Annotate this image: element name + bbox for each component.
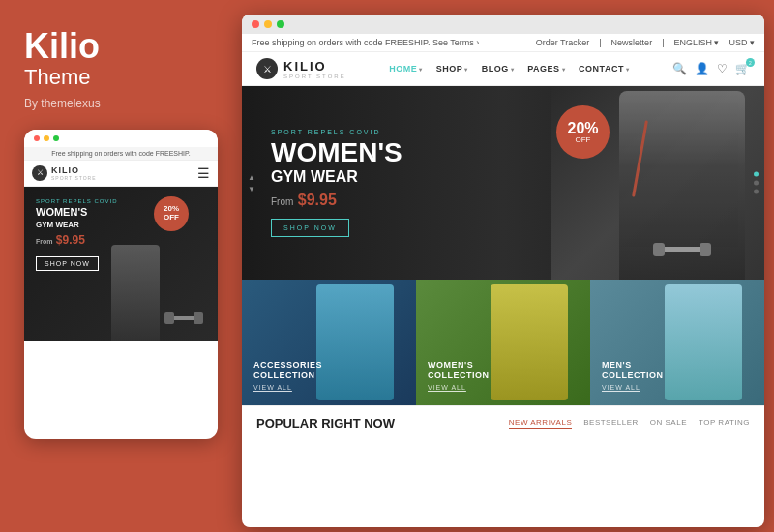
hero-arrows: ▲ ▼ [248, 173, 255, 193]
hero-from: From [271, 196, 293, 207]
nav-chevron-blog: ▾ [511, 66, 515, 73]
account-icon[interactable]: 👤 [695, 62, 709, 75]
nav-item-pages[interactable]: PAGES ▾ [527, 64, 565, 74]
collection-accessories-label: ACCESSORIESCOLLECTION VIEW ALL [253, 360, 322, 391]
browser-dot-yellow [264, 20, 272, 28]
currency-selector[interactable]: USD ▾ [729, 38, 755, 47]
browser-bar [242, 15, 764, 34]
hero-arrow-down[interactable]: ▼ [248, 185, 255, 193]
mobile-hero: 20% OFF SPORT REPELS COVID WOMEN'S GYM W… [24, 187, 218, 341]
nav-chevron-pages: ▾ [562, 66, 566, 73]
site-announcement: Free shipping on orders with code FREESH… [242, 34, 764, 52]
mobile-logo-text: KILIO [51, 165, 97, 175]
announcement-sep2: | [662, 38, 664, 47]
mobile-badge-off: OFF [164, 214, 179, 222]
order-tracker-link[interactable]: Order Tracker [536, 38, 590, 47]
hero-subtitle: GYM WEAR [271, 168, 402, 186]
collection-accessories[interactable]: ACCESSORIESCOLLECTION VIEW ALL [242, 280, 416, 405]
mobile-logo: ⚔ KILIO SPORT STORE [32, 165, 97, 181]
hero-dumbbell [653, 239, 711, 260]
mobile-mockup: Free shipping on orders with code FREESH… [24, 130, 218, 439]
site-nav: HOME ▾ SHOP ▾ BLOG ▾ PAGES ▾ CONTACT ▾ [389, 64, 629, 74]
left-panel: Kilio Theme By themelexus Free shipping … [0, 0, 232, 532]
mobile-badge: 20% OFF [154, 196, 189, 231]
brand-subtitle: Theme [24, 64, 208, 92]
popular-header: POPULAR RIGHT NOW NEW ARRIVALS BESTSELLE… [256, 416, 750, 430]
coll-accessories-link[interactable]: VIEW ALL [253, 384, 322, 391]
mobile-from: From [36, 238, 53, 245]
mobile-logo-sub: SPORT STORE [51, 175, 97, 181]
hero-dot-1[interactable] [754, 172, 759, 177]
nav-item-home[interactable]: HOME ▾ [389, 64, 423, 74]
hero-title: WOMEN'S [271, 139, 402, 166]
hero-eyebrow: SPORT REPELS COVID [271, 129, 402, 135]
collection-grid: ACCESSORIESCOLLECTION VIEW ALL WOMEN'SCO… [242, 280, 764, 405]
hero-price: From $9.95 [271, 192, 402, 209]
hero-arrow-up[interactable]: ▲ [248, 173, 255, 182]
mobile-dot-yellow [44, 135, 49, 141]
mobile-logo-text-wrap: KILIO SPORT STORE [51, 165, 97, 181]
coll-mens-link[interactable]: VIEW ALL [602, 384, 664, 391]
mobile-dot-green [53, 135, 59, 141]
mobile-price-value: $9.95 [56, 233, 85, 247]
hero-price-value: $9.95 [298, 192, 337, 208]
mobile-shop-now-button[interactable]: SHOP NOW [36, 256, 99, 271]
popular-tab-top-rating[interactable]: TOP RATING [699, 418, 750, 429]
mobile-top-bar [24, 130, 218, 147]
nav-chevron-contact: ▾ [626, 66, 630, 73]
popular-tab-bestseller[interactable]: BESTSELLER [583, 418, 639, 429]
coll-mens-title: MEN'SCOLLECTION [602, 360, 664, 381]
nav-chevron-home: ▾ [419, 66, 423, 73]
mobile-dot-red [34, 135, 40, 141]
hero-nav-dots [754, 172, 759, 194]
earphone-cord [632, 120, 648, 196]
coll-womens-title: WOMEN'SCOLLECTION [428, 360, 490, 381]
hero-content: SPORT REPELS COVID WOMEN'S GYM WEAR From… [271, 86, 402, 280]
nav-chevron-shop: ▾ [464, 66, 468, 73]
nav-item-blog[interactable]: BLOG ▾ [482, 64, 515, 74]
hero-badge-percent: 20% [567, 121, 598, 136]
site-logo-text-wrap: KILIO SPORT STORE [283, 59, 346, 79]
collection-womens[interactable]: WOMEN'SCOLLECTION VIEW ALL [416, 280, 590, 405]
hero-dot-2[interactable] [754, 181, 759, 186]
browser-mockup: Free shipping on orders with code FREESH… [242, 15, 764, 527]
popular-section: POPULAR RIGHT NOW NEW ARRIVALS BESTSELLE… [242, 405, 764, 435]
browser-dot-green [277, 20, 284, 28]
announcement-sep1: | [599, 38, 601, 47]
hero-badge-off: OFF [576, 136, 591, 144]
mobile-dumbbell [164, 310, 203, 327]
hero-dot-3[interactable] [754, 190, 759, 194]
announcement-right: Order Tracker | Newsletter | ENGLISH ▾ U… [536, 38, 755, 47]
popular-tabs: NEW ARRIVALS BESTSELLER ON SALE TOP RATI… [509, 418, 750, 429]
popular-tab-on-sale[interactable]: ON SALE [650, 418, 687, 429]
search-icon[interactable]: 🔍 [672, 62, 687, 75]
popular-tab-new-arrivals[interactable]: NEW ARRIVALS [509, 418, 572, 429]
browser-dot-red [252, 20, 259, 28]
popular-title: POPULAR RIGHT NOW [256, 416, 395, 430]
nav-item-shop[interactable]: SHOP ▾ [436, 64, 468, 74]
site-header: ⚔ KILIO SPORT STORE HOME ▾ SHOP ▾ BLOG ▾… [242, 52, 764, 86]
nav-item-contact[interactable]: CONTACT ▾ [579, 64, 629, 74]
brand-by: By themelexus [24, 97, 208, 110]
site-logo-sub: SPORT STORE [283, 74, 346, 79]
collection-mens-label: MEN'SCOLLECTION VIEW ALL [602, 360, 664, 391]
cart-badge: 2 [746, 58, 755, 67]
language-selector[interactable]: ENGLISH ▾ [673, 38, 719, 47]
hero-section: ▲ ▼ SPORT REPELS COVID WOMEN'S GYM WEAR … [242, 86, 764, 280]
newsletter-link[interactable]: Newsletter [611, 38, 653, 47]
collection-mens[interactable]: MEN'SCOLLECTION VIEW ALL [590, 280, 764, 405]
site-logo-icon: ⚔ [256, 58, 278, 79]
hero-badge: 20% OFF [556, 105, 610, 159]
mobile-logo-icon: ⚔ [32, 165, 47, 181]
site-logo: ⚔ KILIO SPORT STORE [256, 58, 346, 79]
mobile-hero-figure [111, 245, 160, 341]
coll-womens-link[interactable]: VIEW ALL [428, 384, 490, 391]
mobile-header: ⚔ KILIO SPORT STORE ☰ [24, 161, 218, 187]
hero-cta-button[interactable]: SHOP NOW [271, 219, 349, 237]
hamburger-icon[interactable]: ☰ [197, 165, 210, 181]
wishlist-icon[interactable]: ♡ [717, 62, 728, 75]
cart-icon[interactable]: 🛒 2 [735, 62, 750, 75]
site-logo-name: KILIO [283, 59, 346, 74]
brand-name: Kilio [24, 29, 208, 64]
site-icons: 🔍 👤 ♡ 🛒 2 [672, 62, 750, 75]
